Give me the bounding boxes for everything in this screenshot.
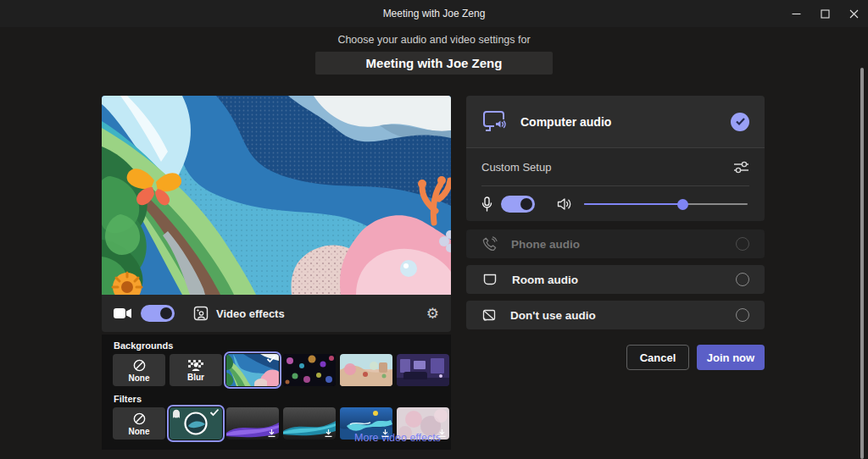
audio-settings-section: Computer audio Custom Setup bbox=[466, 96, 765, 370]
window-controls bbox=[782, 0, 868, 27]
filter-tile-purple-wave[interactable] bbox=[226, 407, 279, 440]
filter-tile-snapchat-selected[interactable] bbox=[170, 407, 222, 440]
settings-subtitle: Choose your audio and video settings for bbox=[0, 34, 868, 46]
video-effects-icon bbox=[193, 306, 209, 321]
room-audio-icon bbox=[481, 273, 498, 287]
download-icon bbox=[437, 429, 447, 438]
backgrounds-label: Backgrounds bbox=[114, 340, 441, 351]
download-icon bbox=[324, 429, 333, 438]
volume-slider-thumb[interactable] bbox=[677, 199, 688, 210]
dont-use-audio-option[interactable]: Don't use audio bbox=[466, 301, 765, 329]
speaker-icon bbox=[557, 197, 572, 211]
room-audio-label: Room audio bbox=[512, 274, 578, 286]
camera-toggle[interactable] bbox=[141, 305, 175, 322]
background-tile-blur[interactable]: Blur bbox=[170, 354, 222, 386]
video-section: Video effects ⚙ Backgrounds None bbox=[102, 96, 451, 450]
filters-label: Filters bbox=[114, 394, 441, 404]
window-title: Meeting with Joe Zeng bbox=[0, 0, 868, 27]
selected-check-icon bbox=[209, 408, 220, 417]
background-tile-none[interactable]: None bbox=[113, 354, 165, 386]
action-buttons: Cancel Join now bbox=[466, 345, 765, 370]
more-video-effects-link[interactable]: More video effects bbox=[354, 432, 441, 444]
audio-settings-sliders-icon[interactable] bbox=[733, 160, 749, 174]
selected-check-icon bbox=[266, 355, 276, 363]
phone-audio-option: Phone audio bbox=[466, 230, 765, 258]
video-effects-panel: Backgrounds None bbox=[102, 335, 451, 450]
background-tile-scene-selected[interactable] bbox=[226, 354, 279, 386]
maximize-icon bbox=[821, 9, 830, 19]
close-icon bbox=[849, 9, 859, 19]
title-bar: Meeting with Joe Zeng bbox=[0, 0, 868, 27]
phone-audio-label: Phone audio bbox=[511, 238, 580, 251]
video-preview-card: Video effects ⚙ bbox=[102, 96, 451, 332]
custom-setup-section: Custom Setup bbox=[466, 148, 765, 221]
window-scrollbar[interactable] bbox=[860, 68, 864, 459]
close-button[interactable] bbox=[839, 0, 868, 27]
microphone-icon bbox=[481, 196, 492, 212]
cancel-button[interactable]: Cancel bbox=[626, 345, 689, 370]
background-tile-room[interactable] bbox=[397, 354, 449, 386]
camera-icon bbox=[114, 307, 132, 319]
room-audio-option[interactable]: Room audio bbox=[466, 265, 765, 294]
download-icon bbox=[267, 429, 276, 438]
none-icon bbox=[132, 412, 147, 426]
microphone-toggle[interactable] bbox=[501, 196, 535, 213]
phone-audio-radio bbox=[736, 237, 749, 251]
gear-icon[interactable]: ⚙ bbox=[426, 307, 439, 321]
backgrounds-row: None Blur bbox=[113, 354, 441, 386]
computer-audio-option[interactable]: Computer audio bbox=[466, 96, 765, 148]
volume-slider-fill bbox=[584, 203, 682, 206]
landscape-thumbnail bbox=[340, 354, 392, 386]
microphone-toggle-knob bbox=[520, 198, 532, 210]
computer-audio-card: Computer audio Custom Setup bbox=[466, 96, 765, 221]
camera-preview-image bbox=[102, 96, 451, 295]
video-controls-bar: Video effects ⚙ bbox=[102, 295, 451, 332]
background-tile-bokeh[interactable] bbox=[283, 354, 336, 386]
volume-slider[interactable] bbox=[584, 198, 748, 210]
none-icon bbox=[132, 358, 147, 373]
selected-check-indicator bbox=[731, 113, 749, 131]
download-icon bbox=[381, 429, 390, 438]
computer-audio-icon bbox=[481, 110, 507, 133]
no-audio-icon bbox=[481, 308, 497, 322]
camera-toggle-knob bbox=[160, 307, 172, 319]
dont-use-audio-radio[interactable] bbox=[736, 308, 749, 322]
background-tile-landscape[interactable] bbox=[340, 354, 392, 386]
custom-setup-label: Custom Setup bbox=[481, 161, 551, 174]
maximize-button[interactable] bbox=[810, 0, 839, 27]
room-thumbnail bbox=[397, 354, 449, 386]
minimize-button[interactable] bbox=[782, 0, 810, 27]
background-scene-art bbox=[102, 96, 451, 295]
join-now-button[interactable]: Join now bbox=[697, 345, 765, 370]
dont-use-audio-label: Don't use audio bbox=[510, 309, 596, 322]
meeting-title: Meeting with Joe Zeng bbox=[315, 52, 553, 75]
phone-audio-icon bbox=[481, 236, 498, 252]
filter-tile-teal-wave[interactable] bbox=[283, 407, 336, 440]
video-effects-button[interactable]: Video effects bbox=[216, 307, 285, 320]
filter-tile-none[interactable]: None bbox=[113, 407, 165, 440]
room-audio-radio[interactable] bbox=[736, 273, 749, 286]
bokeh-thumbnail bbox=[283, 354, 336, 386]
snapchat-ghost-icon bbox=[172, 409, 181, 419]
blur-icon bbox=[187, 359, 204, 372]
computer-audio-label: Computer audio bbox=[520, 115, 611, 129]
minimize-icon bbox=[792, 9, 801, 19]
